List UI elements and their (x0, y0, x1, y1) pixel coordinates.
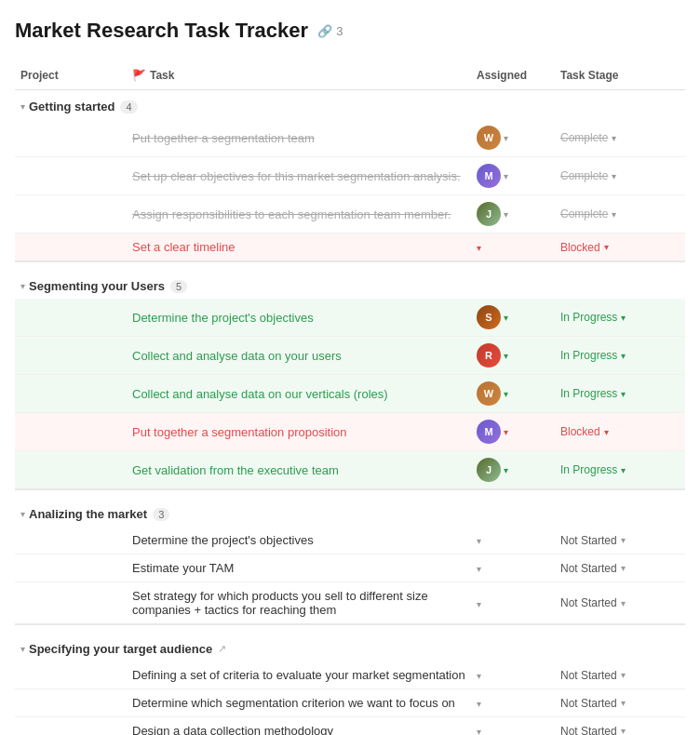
table-row[interactable]: Determine the project's objectives▾ Not … (15, 527, 685, 555)
assigned-cell[interactable]: M ▾ (471, 413, 555, 451)
stage-arrow[interactable]: ▾ (604, 427, 609, 437)
assigned-cell[interactable]: ▾ (471, 662, 555, 689)
table-row[interactable]: Defining a set of criteria to evaluate y… (15, 662, 685, 689)
table-row[interactable]: Put together a segmentation team W ▾ Com… (15, 119, 685, 157)
assigned-cell[interactable]: J ▾ (471, 451, 555, 490)
expand-icon[interactable]: ↗ (218, 643, 226, 655)
table-row[interactable]: Set up clear objectives for this market … (15, 157, 685, 195)
stage-arrow[interactable]: ▾ (621, 726, 626, 735)
stage-cell[interactable]: Blocked ▾ (555, 413, 685, 451)
link-count[interactable]: 🔗 3 (317, 24, 343, 38)
stage-cell[interactable]: Not Started ▾ (555, 689, 685, 717)
stage-cell[interactable]: Not Started ▾ (555, 582, 685, 625)
assigned-arrow[interactable]: ▾ (504, 351, 508, 361)
stage-arrow[interactable]: ▾ (621, 535, 626, 545)
stage-cell[interactable]: In Progress ▾ (555, 299, 685, 337)
stage-cell[interactable]: Blocked ▾ (555, 234, 685, 262)
assigned-arrow[interactable]: ▾ (504, 133, 508, 143)
stage-cell[interactable]: Not Started ▾ (555, 555, 685, 582)
task-cell[interactable]: Estimate your TAM (127, 555, 471, 582)
stage-arrow[interactable]: ▾ (621, 351, 626, 361)
table-row[interactable]: Set a clear timeline▾ Blocked ▾ (15, 234, 685, 262)
stage-arrow[interactable]: ▾ (621, 698, 626, 708)
task-cell[interactable]: Assign responsibilities to each segmenta… (127, 195, 471, 234)
stage-arrow[interactable]: ▾ (621, 313, 626, 323)
assigned-cell[interactable]: R ▾ (471, 337, 555, 375)
task-cell[interactable]: Determine the project's objectives (127, 527, 471, 555)
group-chevron[interactable]: ▾ (20, 644, 25, 654)
task-cell[interactable]: Determine which segmentation criterion w… (127, 689, 471, 717)
task-cell[interactable]: Put together a segmentation team (127, 119, 471, 157)
table-row[interactable]: Assign responsibilities to each segmenta… (15, 195, 685, 234)
stage-cell[interactable]: Complete ▾ (555, 195, 685, 234)
stage-cell[interactable]: Not Started ▾ (555, 527, 685, 555)
assigned-arrow[interactable]: ▾ (477, 564, 481, 574)
table-row[interactable]: Collect and analyse data on our vertical… (15, 375, 685, 413)
assigned-arrow[interactable]: ▾ (504, 313, 508, 323)
stage-arrow[interactable]: ▾ (621, 389, 626, 399)
stage-arrow[interactable]: ▾ (621, 563, 626, 573)
stage-arrow[interactable]: ▾ (612, 209, 616, 220)
assigned-arrow[interactable]: ▾ (504, 427, 508, 437)
table-row[interactable]: Collect and analyse data on your users R… (15, 337, 685, 375)
assigned-cell[interactable]: W ▾ (471, 375, 555, 413)
assigned-cell[interactable]: ▾ (471, 527, 555, 555)
stage-cell[interactable]: Not Started ▾ (555, 717, 685, 736)
assigned-arrow[interactable]: ▾ (477, 671, 481, 681)
task-cell[interactable]: Determine the project's objectives (127, 299, 471, 337)
task-cell[interactable]: Collect and analyse data on your users (127, 337, 471, 375)
assigned-cell[interactable]: ▾ (471, 717, 555, 736)
table-row[interactable]: Estimate your TAM▾ Not Started ▾ (15, 555, 685, 582)
table-row[interactable]: Design a data collection methodology▾ No… (15, 717, 685, 736)
assigned-cell[interactable]: ▾ (471, 555, 555, 582)
project-cell (15, 582, 127, 625)
assigned-arrow[interactable]: ▾ (477, 243, 481, 253)
table-row[interactable]: Set strategy for which products you sell… (15, 582, 685, 625)
avatar: M (477, 164, 501, 188)
assigned-cell[interactable]: J ▾ (471, 195, 555, 234)
project-cell (15, 375, 127, 413)
stage-arrow[interactable]: ▾ (612, 133, 616, 143)
stage-cell[interactable]: Complete ▾ (555, 157, 685, 195)
assigned-cell[interactable]: ▾ (471, 689, 555, 717)
group-chevron[interactable]: ▾ (20, 101, 25, 112)
project-cell (15, 337, 127, 375)
assigned-cell[interactable]: W ▾ (471, 119, 555, 157)
task-cell[interactable]: Set strategy for which products you sell… (127, 582, 471, 625)
stage-arrow[interactable]: ▾ (604, 242, 609, 252)
task-cell[interactable]: Set a clear timeline (127, 234, 471, 262)
assigned-arrow[interactable]: ▾ (477, 536, 481, 546)
stage-arrow[interactable]: ▾ (612, 171, 616, 181)
stage-cell[interactable]: In Progress ▾ (555, 375, 685, 413)
table-row[interactable]: Determine the project's objectives S ▾ I… (15, 299, 685, 337)
assigned-arrow[interactable]: ▾ (504, 209, 508, 220)
stage-arrow[interactable]: ▾ (621, 465, 626, 475)
task-cell[interactable]: Put together a segmentation proposition (127, 413, 471, 451)
stage-arrow[interactable]: ▾ (621, 598, 626, 608)
task-cell[interactable]: Defining a set of criteria to evaluate y… (127, 662, 471, 689)
assigned-cell[interactable]: S ▾ (471, 299, 555, 337)
assigned-arrow[interactable]: ▾ (477, 699, 481, 709)
assigned-cell[interactable]: ▾ (471, 234, 555, 262)
assigned-arrow[interactable]: ▾ (477, 727, 481, 735)
assigned-cell[interactable]: M ▾ (471, 157, 555, 195)
assigned-arrow[interactable]: ▾ (504, 171, 508, 181)
assigned-arrow[interactable]: ▾ (477, 599, 481, 609)
assigned-arrow[interactable]: ▾ (504, 465, 508, 475)
assigned-arrow[interactable]: ▾ (504, 389, 508, 399)
task-cell[interactable]: Get validation from the executive team (127, 451, 471, 490)
assigned-cell[interactable]: ▾ (471, 582, 555, 625)
stage-cell[interactable]: Not Started ▾ (555, 662, 685, 689)
stage-cell[interactable]: In Progress ▾ (555, 337, 685, 375)
table-row[interactable]: Put together a segmentation proposition … (15, 413, 685, 451)
task-cell[interactable]: Collect and analyse data on our vertical… (127, 375, 471, 413)
task-cell[interactable]: Design a data collection methodology (127, 717, 471, 736)
stage-arrow[interactable]: ▾ (621, 670, 626, 680)
group-chevron[interactable]: ▾ (20, 509, 25, 519)
group-chevron[interactable]: ▾ (20, 281, 25, 291)
table-row[interactable]: Get validation from the executive team J… (15, 451, 685, 490)
table-row[interactable]: Determine which segmentation criterion w… (15, 689, 685, 717)
task-cell[interactable]: Set up clear objectives for this market … (127, 157, 471, 195)
stage-cell[interactable]: Complete ▾ (555, 119, 685, 157)
stage-cell[interactable]: In Progress ▾ (555, 451, 685, 490)
